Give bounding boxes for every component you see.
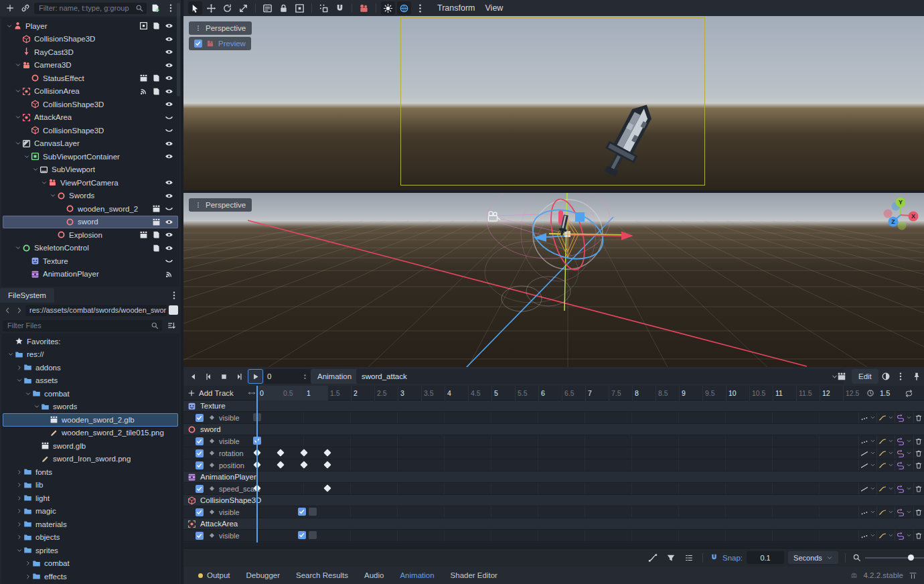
file-item-magic[interactable]: magic	[3, 505, 178, 518]
animation-more-icon[interactable]	[896, 369, 905, 384]
scene-node-raycast3d[interactable]: RayCast3D	[3, 46, 178, 59]
script-badge-icon[interactable]	[152, 244, 161, 252]
track-row-speed_scale[interactable]: speed_scale	[183, 483, 924, 495]
snap-toggle[interactable]	[333, 1, 347, 15]
expand-chevron-icon[interactable]	[24, 390, 32, 397]
scene-node-collisionshape3d[interactable]: CollisionShape3D	[3, 33, 178, 46]
filesystem-menu-icon[interactable]	[167, 289, 181, 302]
file-item-wooden-sword-2-tile015-png[interactable]: wooden_sword_2_tile015.png	[3, 427, 178, 440]
visibility-eye-icon[interactable]	[165, 230, 173, 239]
filter-tracks-icon[interactable]	[664, 551, 678, 565]
script-badge-icon[interactable]	[152, 21, 161, 30]
easing-mode-icon-chevron-icon[interactable]	[888, 438, 894, 444]
easing-mode-icon[interactable]	[878, 414, 887, 422]
delete-track-icon[interactable]	[915, 449, 923, 457]
expand-chevron-icon[interactable]	[5, 23, 13, 29]
grouped-tracks-icon[interactable]	[682, 551, 696, 565]
expand-chevron-icon[interactable]	[24, 560, 32, 567]
file-item-assets[interactable]: assets	[3, 374, 178, 388]
bottom-tab-shader-editor[interactable]: Shader Editor	[443, 567, 506, 584]
delete-track-icon[interactable]	[915, 508, 923, 516]
loop-wrap-mode-icon[interactable]	[897, 532, 905, 540]
expand-chevron-icon[interactable]	[15, 377, 23, 384]
file-item-addons[interactable]: addons	[3, 361, 178, 374]
file-item-sword-glb[interactable]: sword.glb	[3, 439, 178, 453]
interpolation-mode-icon[interactable]	[860, 437, 868, 445]
visibility-eye-icon[interactable]	[165, 100, 173, 108]
file-item-wooden-sword-2-glb[interactable]: wooden_sword_2.glb	[3, 413, 178, 427]
stop-button[interactable]	[217, 370, 231, 383]
keyframe-lane[interactable]	[183, 435, 859, 447]
easing-mode-icon[interactable]	[878, 532, 887, 540]
file-filter-input[interactable]	[6, 321, 151, 330]
camera-preview-toggle[interactable]	[357, 1, 371, 15]
delete-track-icon[interactable]	[915, 485, 923, 493]
perspective-menu-bottom[interactable]: Perspective	[189, 198, 252, 212]
add-track-button[interactable]: Add Track	[187, 386, 256, 400]
spinner-arrows-icon[interactable]	[301, 373, 309, 380]
script-badge-icon[interactable]	[152, 230, 161, 239]
visibility-eye-icon[interactable]	[165, 21, 173, 30]
attach-script-button[interactable]	[149, 1, 162, 15]
track-row-visible[interactable]: visible	[183, 506, 924, 518]
expand-chevron-icon[interactable]	[14, 244, 22, 251]
select-list-tool[interactable]	[260, 1, 275, 15]
group-tool[interactable]	[293, 1, 307, 15]
script-badge-icon[interactable]	[152, 74, 161, 82]
visibility-eye-icon[interactable]	[165, 218, 173, 226]
keyframe-diamond[interactable]	[323, 449, 331, 456]
scene-node-explosion[interactable]: Explosion	[3, 228, 178, 242]
track-row-texture[interactable]: Texture	[183, 400, 924, 412]
scene-node-collisionshape3d[interactable]: CollisionShape3D	[3, 98, 178, 111]
scene-filter-input[interactable]	[37, 3, 135, 13]
sun-toggle[interactable]	[381, 1, 395, 15]
scene-node-subviewportcontainer[interactable]: SubViewportContainer	[3, 150, 178, 163]
animation-libraries-icon[interactable]	[837, 369, 846, 384]
track-row-visible[interactable]: visible	[183, 530, 924, 542]
edit-button[interactable]: Edit	[852, 369, 878, 384]
bezier-editor-icon[interactable]	[645, 551, 660, 565]
interpolation-mode-icon-chevron-icon[interactable]	[870, 532, 876, 538]
file-sort-icon[interactable]	[165, 319, 178, 332]
file-item-combat[interactable]: combat	[3, 557, 178, 571]
scene-node-animationplayer[interactable]: AnimationPlayer	[3, 268, 178, 281]
file-item-effects[interactable]: effects	[3, 570, 178, 583]
keyframe-lane[interactable]	[183, 506, 859, 518]
easing-mode-icon[interactable]	[878, 485, 887, 493]
ruler-tool[interactable]	[317, 1, 331, 15]
scene-menu-icon[interactable]	[164, 1, 177, 15]
interpolation-mode-icon[interactable]	[860, 461, 868, 469]
visibility-hidden-icon[interactable]	[165, 257, 173, 265]
keyframe-box[interactable]	[309, 508, 317, 516]
scene-node-swords[interactable]: Swords	[3, 190, 178, 203]
viewport-bottom[interactable]: Perspective	[183, 193, 924, 367]
transform-menu[interactable]: Transform	[437, 3, 475, 13]
bottom-tab-audio[interactable]: Audio	[356, 567, 392, 584]
easing-mode-icon[interactable]	[878, 508, 887, 516]
signal-badge-icon[interactable]	[165, 270, 173, 279]
zoom-slider-handle[interactable]	[908, 555, 914, 561]
easing-mode-icon-chevron-icon[interactable]	[888, 486, 894, 492]
expand-chevron-icon[interactable]	[49, 192, 57, 199]
rotate-tool[interactable]	[220, 1, 234, 15]
easing-mode-icon[interactable]	[878, 461, 887, 469]
delete-track-icon[interactable]	[915, 532, 923, 540]
play-backwards-button[interactable]	[186, 370, 200, 383]
expand-chevron-icon[interactable]	[15, 508, 23, 514]
visibility-eye-icon[interactable]	[165, 74, 173, 82]
keyframe-lane[interactable]	[183, 447, 859, 459]
loop-wrap-mode-icon-chevron-icon[interactable]	[906, 462, 912, 468]
scene-tree-scrollbar[interactable]	[177, 3, 180, 96]
keyframe-diamond[interactable]	[300, 461, 307, 468]
expand-chevron-icon[interactable]	[40, 179, 48, 186]
keyframe-diamond[interactable]	[277, 461, 284, 468]
scene-node-canvaslayer[interactable]: CanvasLayer	[3, 137, 178, 151]
move-tool[interactable]	[204, 1, 218, 15]
expand-chevron-icon[interactable]	[15, 495, 23, 502]
interpolation-mode-icon[interactable]	[860, 508, 868, 516]
scene-node-collisionarea[interactable]: CollisionArea	[3, 85, 178, 98]
nav-back-icon[interactable]	[3, 307, 12, 314]
loop-wrap-mode-icon[interactable]	[897, 461, 905, 469]
keyframe-check[interactable]	[298, 508, 306, 516]
easing-mode-icon[interactable]	[878, 449, 887, 457]
